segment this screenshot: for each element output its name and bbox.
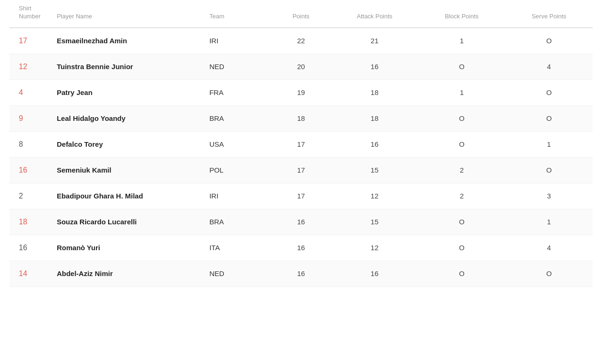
table-body: 17 Esmaeilnezhad Amin IRI 22 21 1 O 12 T…: [9, 28, 593, 287]
cell-shirt: 17: [9, 28, 53, 54]
cell-team: POL: [206, 157, 271, 183]
cell-team: USA: [206, 131, 271, 157]
cell-team: FRA: [206, 79, 271, 105]
table-row: 16 Romanò Yuri ITA 16 12 O 4: [9, 235, 593, 261]
header-points: Points: [271, 0, 331, 28]
cell-serve: O: [506, 261, 593, 286]
cell-points: 16: [271, 209, 331, 235]
header-shirt: Shirt Number: [9, 0, 53, 28]
table-row: 16 Semeniuk Kamil POL 17 15 2 O: [9, 157, 593, 183]
table-row: 9 Leal Hidalgo Yoandy BRA 18 18 O O: [9, 105, 593, 131]
cell-shirt: 2: [9, 183, 53, 209]
cell-block: O: [418, 131, 505, 157]
cell-team: NED: [206, 261, 271, 286]
cell-attack: 21: [331, 28, 418, 54]
cell-attack: 16: [331, 54, 418, 79]
cell-serve: 1: [506, 131, 593, 157]
cell-points: 19: [271, 79, 331, 105]
cell-points: 20: [271, 54, 331, 79]
cell-shirt: 12: [9, 54, 53, 79]
table-row: 14 Abdel-Aziz Nimir NED 16 16 O O: [9, 261, 593, 286]
cell-block: O: [418, 54, 505, 79]
header-attack-points: Attack Points: [331, 0, 418, 28]
cell-serve: O: [506, 79, 593, 105]
cell-shirt: 16: [9, 235, 53, 261]
cell-block: O: [418, 235, 505, 261]
cell-player-name: Romanò Yuri: [53, 235, 206, 261]
cell-shirt: 18: [9, 209, 53, 235]
cell-player-name: Semeniuk Kamil: [53, 157, 206, 183]
cell-player-name: Souza Ricardo Lucarelli: [53, 209, 206, 235]
cell-team: ITA: [206, 235, 271, 261]
cell-points: 17: [271, 131, 331, 157]
cell-team: IRI: [206, 28, 271, 54]
table-row: 18 Souza Ricardo Lucarelli BRA 16 15 O 1: [9, 209, 593, 235]
cell-block: O: [418, 261, 505, 286]
cell-attack: 18: [331, 105, 418, 131]
cell-serve: 1: [506, 209, 593, 235]
cell-shirt: 14: [9, 261, 53, 286]
cell-player-name: Patry Jean: [53, 79, 206, 105]
cell-player-name: Abdel-Aziz Nimir: [53, 261, 206, 286]
table-row: 12 Tuinstra Bennie Junior NED 20 16 O 4: [9, 54, 593, 79]
cell-attack: 12: [331, 183, 418, 209]
cell-block: 1: [418, 79, 505, 105]
cell-serve: O: [506, 28, 593, 54]
cell-team: BRA: [206, 105, 271, 131]
cell-player-name: Defalco Torey: [53, 131, 206, 157]
cell-player-name: Tuinstra Bennie Junior: [53, 54, 206, 79]
stats-table: Shirt Number Player Name Team Points Att…: [9, 0, 593, 287]
cell-player-name: Esmaeilnezhad Amin: [53, 28, 206, 54]
cell-points: 18: [271, 105, 331, 131]
cell-points: 17: [271, 157, 331, 183]
cell-block: 2: [418, 157, 505, 183]
header-block-points: Block Points: [418, 0, 505, 28]
cell-block: 1: [418, 28, 505, 54]
cell-attack: 16: [331, 261, 418, 286]
cell-serve: 4: [506, 54, 593, 79]
cell-block: O: [418, 209, 505, 235]
cell-shirt: 16: [9, 157, 53, 183]
header-player-name: Player Name: [53, 0, 206, 28]
cell-attack: 12: [331, 235, 418, 261]
stats-table-container: Shirt Number Player Name Team Points Att…: [0, 0, 602, 287]
cell-player-name: Ebadipour Ghara H. Milad: [53, 183, 206, 209]
cell-attack: 16: [331, 131, 418, 157]
cell-block: O: [418, 105, 505, 131]
header-serve-points: Serve Points: [506, 0, 593, 28]
cell-serve: 4: [506, 235, 593, 261]
cell-serve: O: [506, 157, 593, 183]
cell-points: 16: [271, 261, 331, 286]
cell-shirt: 8: [9, 131, 53, 157]
cell-team: NED: [206, 54, 271, 79]
table-header-row: Shirt Number Player Name Team Points Att…: [9, 0, 593, 28]
table-row: 17 Esmaeilnezhad Amin IRI 22 21 1 O: [9, 28, 593, 54]
cell-attack: 15: [331, 157, 418, 183]
cell-attack: 15: [331, 209, 418, 235]
cell-team: BRA: [206, 209, 271, 235]
cell-points: 17: [271, 183, 331, 209]
cell-serve: 3: [506, 183, 593, 209]
cell-serve: O: [506, 105, 593, 131]
table-row: 4 Patry Jean FRA 19 18 1 O: [9, 79, 593, 105]
table-row: 8 Defalco Torey USA 17 16 O 1: [9, 131, 593, 157]
header-team: Team: [206, 0, 271, 28]
cell-shirt: 9: [9, 105, 53, 131]
cell-shirt: 4: [9, 79, 53, 105]
cell-team: IRI: [206, 183, 271, 209]
cell-points: 22: [271, 28, 331, 54]
cell-attack: 18: [331, 79, 418, 105]
cell-player-name: Leal Hidalgo Yoandy: [53, 105, 206, 131]
cell-block: 2: [418, 183, 505, 209]
table-row: 2 Ebadipour Ghara H. Milad IRI 17 12 2 3: [9, 183, 593, 209]
cell-points: 16: [271, 235, 331, 261]
